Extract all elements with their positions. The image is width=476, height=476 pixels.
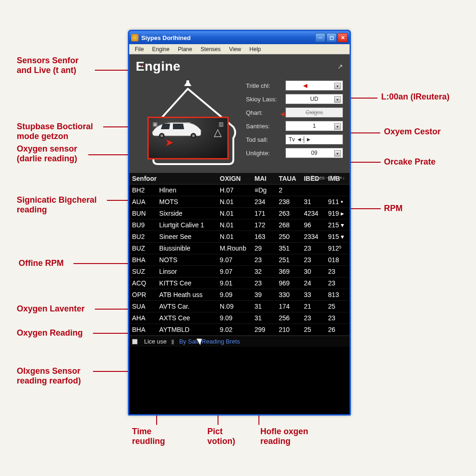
menu-view[interactable]: View [225, 45, 245, 53]
caret-icon[interactable]: ▾ [334, 150, 341, 157]
cell-code: BUZ [129, 243, 157, 254]
cell-ox: H.07 [217, 185, 252, 196]
collapse-icon[interactable]: ↗ [337, 63, 343, 70]
table-row[interactable]: ACQKITTS Cee9.01239692423 [129, 278, 350, 289]
status-link[interactable]: By Sald Reading Brets [179, 338, 240, 345]
menu-stenses[interactable]: Stenses [197, 45, 224, 53]
app-icon [131, 34, 139, 41]
col-senfoor[interactable]: Senfoor [129, 173, 217, 185]
cell-code: AUA [129, 196, 157, 208]
cell-mai: 234 [252, 196, 276, 208]
table-row[interactable]: BHANOTS9.072325123018 [129, 254, 350, 266]
menu-engine[interactable]: Engine [148, 45, 173, 53]
label-unlighte: Unlighte: [246, 150, 285, 157]
minimize-button[interactable]: ─ [315, 33, 325, 42]
cell-ibed [301, 185, 325, 196]
col-taua[interactable]: TAUA [276, 173, 301, 185]
cell-code: BH2 [129, 185, 157, 196]
cell-ox: 9.09 [217, 289, 252, 301]
caret-icon[interactable]: ▾ [334, 96, 341, 103]
maximize-button[interactable]: ◻ [326, 33, 337, 42]
cell-taua: 251 [276, 254, 301, 266]
table-row[interactable]: SUAAVTS Car.N.09311742125 [129, 301, 350, 312]
cell-taua: 330 [276, 289, 301, 301]
label-santries: Santries: [246, 123, 285, 130]
cell-ibed: 23 [301, 243, 325, 254]
field-unlighte[interactable]: 09 ▾ [285, 148, 343, 158]
table-row[interactable]: BUZBiussinibleM.Rounb2935123912⁵ [129, 243, 350, 254]
label-skioy: Skioy Lass: [246, 96, 285, 103]
cell-mai: 29 [252, 243, 276, 254]
menu-file[interactable]: File [131, 45, 147, 53]
menu-plane[interactable]: Plane [174, 45, 196, 53]
caret-icon[interactable]: ▾ [334, 83, 341, 89]
cell-imb [325, 185, 350, 196]
cell-ox: N.01 [217, 196, 252, 208]
field-santries[interactable]: 1 ▾ [285, 121, 343, 131]
callout-orcake: Orcake Prate [384, 157, 436, 167]
table-row[interactable]: BU9Liurtgit Calive 1N.0117226896215 ▾ [129, 219, 350, 231]
table-row[interactable]: AHAAXTS Cee9.09312562323 [129, 312, 350, 324]
titlebar[interactable]: Siypes Dorlhined ─ ◻ ✕ [129, 31, 350, 44]
table-row[interactable]: BU2Sineer SeeN.011632502334915 ▾ [129, 231, 350, 243]
cell-ibed: 96 [301, 219, 325, 231]
checkbox-icon[interactable] [132, 339, 138, 344]
field-skioy[interactable]: UD ▾ [285, 94, 343, 104]
cell-ibed: 33 [301, 289, 325, 301]
table-row[interactable]: BHAAYTMBLD9.022992102526 [129, 324, 350, 336]
cell-code: BHA [129, 324, 157, 336]
cell-taua: 268 [276, 219, 301, 231]
cell-ox: M.Rounb [217, 243, 252, 254]
cell-name: Hlnen [157, 185, 217, 196]
cell-code: AHA [129, 312, 157, 324]
field-tritle[interactable]: ◀ ▾ [285, 80, 343, 91]
cell-mai: 299 [252, 324, 276, 336]
cell-imb: 215 ▾ [325, 219, 350, 231]
cell-name: Biussinible [157, 243, 217, 254]
cell-mai: 31 [252, 312, 276, 324]
cell-mai: 31 [252, 301, 276, 312]
table-row[interactable]: SUZLinsor9.07323693023 [129, 266, 350, 278]
cell-name: Sineer See [157, 231, 217, 243]
cell-imb: 23 [325, 312, 350, 324]
cell-name: MOTS [157, 196, 217, 208]
col-oxign[interactable]: OXIGN [217, 173, 252, 185]
callout-offine-rpm: Offine RPM [19, 258, 64, 268]
table-row[interactable]: BH2HlnenH.07≡Dg2 [129, 185, 350, 196]
col-mai[interactable]: MAI [252, 173, 276, 185]
table-row[interactable]: OPRATB Heath uss9.093933033813 [129, 289, 350, 301]
callout-oxy-laventer: Oxygen Laventer [17, 304, 85, 314]
callout-time: Time reudling [132, 427, 165, 446]
red-caret-icon: ◀ [303, 82, 307, 89]
field-qhart[interactable]: ◀ Oxiges [285, 107, 343, 118]
cell-ox: 9.07 [217, 254, 252, 266]
menubar: File Engine Plane Stenses View Help [129, 44, 350, 54]
cell-code: BU2 [129, 231, 157, 243]
cell-ibed: 23 [301, 312, 325, 324]
cell-ibed: 2334 [301, 231, 325, 243]
callout-hofle: Hofle oxgen reading [260, 427, 308, 446]
callout-pict: Pict votion) [207, 427, 235, 446]
field-todsall[interactable]: Tv ◄┤► [285, 134, 343, 145]
cell-name: ATB Heath uss [157, 289, 217, 301]
table-row[interactable]: AUAMOTSN.0123423831911 • [129, 196, 350, 208]
callout-olxgens: Olxgens Sensor reading rearfod) [17, 366, 81, 385]
caret-icon[interactable]: ▾ [334, 123, 341, 130]
cell-taua: 351 [276, 243, 301, 254]
menu-help[interactable]: Help [246, 45, 265, 53]
cell-ox: N.01 [217, 219, 252, 231]
close-button[interactable]: ✕ [337, 33, 348, 42]
cell-ox: 9.07 [217, 266, 252, 278]
cell-ibed: 31 [301, 196, 325, 208]
cell-mai: 163 [252, 231, 276, 243]
sep-icon: ▮ [171, 338, 174, 345]
table-row[interactable]: BUNSixrsideN.011712634234919 ▸ [129, 208, 350, 219]
callout-sensors: Sensors Senfor and Live (t ant) [17, 56, 79, 75]
page-title: Engine •• [136, 59, 180, 74]
car-thumbnail[interactable]: ▣▤▥ △ ➤ [147, 117, 229, 159]
cell-imb: 912⁵ [325, 243, 350, 254]
cell-code: OPR [129, 289, 157, 301]
content-panel: Engine •• ↗ ▣▤▥ △ ➤ [129, 54, 350, 173]
cell-imb: 911 • [325, 196, 350, 208]
cell-code: BUN [129, 208, 157, 219]
